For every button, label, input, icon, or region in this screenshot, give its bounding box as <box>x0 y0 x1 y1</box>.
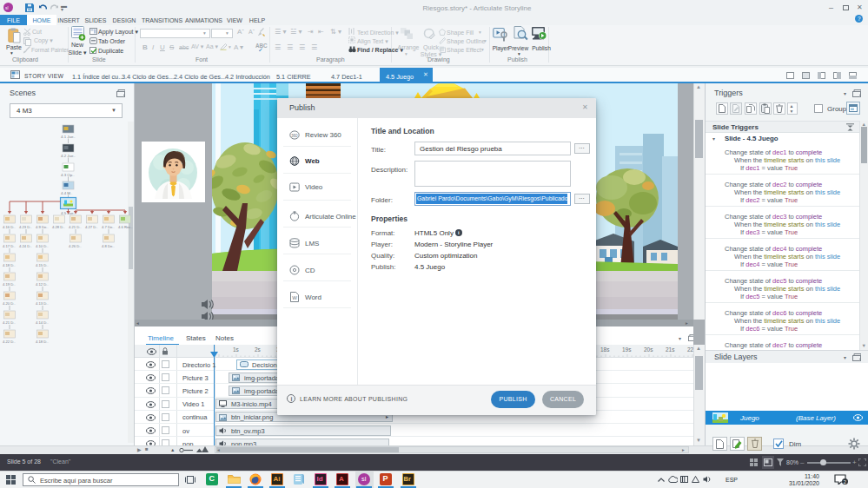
svg-text:4.2 Jue..: 4.2 Jue.. <box>61 154 76 158</box>
svg-text:18s: 18s <box>600 346 610 353</box>
svg-text:19s: 19s <box>622 346 632 353</box>
svg-text:1s: 1s <box>233 346 240 353</box>
svg-text:4.15 D..: 4.15 D.. <box>36 263 49 267</box>
svg-text:4.6 Rec..: 4.6 Rec.. <box>118 225 133 229</box>
svg-text:4.24 D..: 4.24 D.. <box>19 244 32 248</box>
svg-text:4.14 D..: 4.14 D.. <box>36 320 49 325</box>
svg-text:4.10 D..: 4.10 D.. <box>36 244 49 248</box>
svg-text:4.21 D..: 4.21 D.. <box>69 225 82 229</box>
svg-text:4.27 D..: 4.27 D.. <box>85 225 98 229</box>
svg-text:21s: 21s <box>666 346 675 353</box>
svg-text:4.8 De..: 4.8 De.. <box>102 244 115 248</box>
svg-text:360: 360 <box>291 134 298 138</box>
svg-text:20s: 20s <box>644 346 653 353</box>
svg-text:2s: 2s <box>255 346 262 353</box>
svg-text:4.9 De..: 4.9 De.. <box>36 225 49 229</box>
svg-text:22s: 22s <box>687 346 693 353</box>
svg-text:4.18 D..: 4.18 D.. <box>3 263 16 267</box>
svg-text:4.18 D..: 4.18 D.. <box>36 340 49 344</box>
svg-text:4.20 D..: 4.20 D.. <box>3 301 16 306</box>
svg-text:4.19 D..: 4.19 D.. <box>3 282 16 287</box>
svg-text:4.13 D..: 4.13 D.. <box>36 301 49 306</box>
svg-text:4.12 D..: 4.12 D.. <box>36 282 49 287</box>
svg-text:4.16 D..: 4.16 D.. <box>3 225 16 229</box>
svg-text:4.26 D..: 4.26 D.. <box>69 244 82 248</box>
svg-text:4.1 Jue..: 4.1 Jue.. <box>61 135 76 139</box>
svg-text:4.7 De..: 4.7 De.. <box>102 225 115 229</box>
svg-text:4.23 D..: 4.23 D.. <box>19 225 32 229</box>
svg-text:4.17 D..: 4.17 D.. <box>3 244 16 248</box>
svg-text:4.21 D..: 4.21 D.. <box>3 320 16 325</box>
svg-text:4.3 Op..: 4.3 Op.. <box>61 173 75 177</box>
svg-text:4.22 D..: 4.22 D.. <box>3 340 16 344</box>
svg-text:4.4 M..: 4.4 M.. <box>61 191 72 195</box>
svg-text:4.28 D..: 4.28 D.. <box>52 225 65 229</box>
svg-text:W: W <box>292 295 297 300</box>
